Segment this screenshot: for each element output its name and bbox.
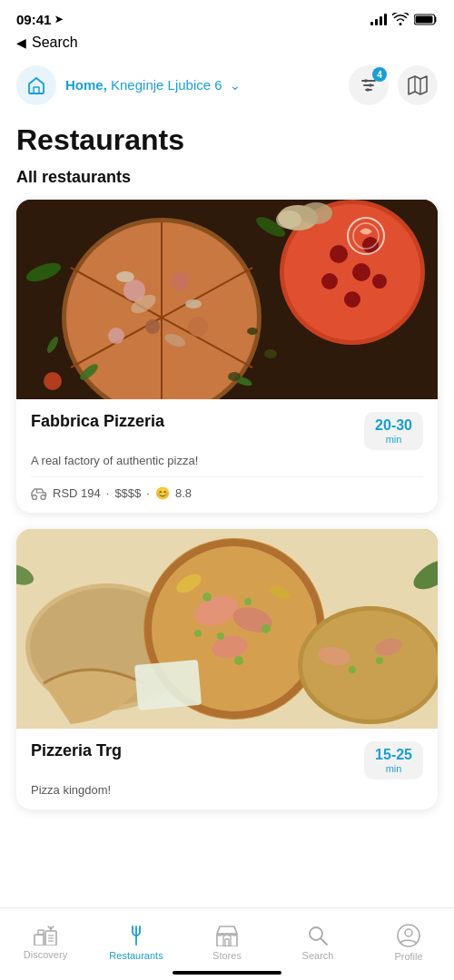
restaurant-card[interactable]: Fabbrica Pizzeria 20-30 min A real facto… xyxy=(16,200,438,513)
svg-point-29 xyxy=(330,245,348,263)
back-arrow-icon[interactable]: ◀ xyxy=(16,35,26,50)
home-indicator xyxy=(173,971,281,975)
svg-point-50 xyxy=(41,495,45,499)
address-text: Kneginje Ljubice 6 xyxy=(107,77,222,93)
dot-separator: · xyxy=(106,486,110,500)
svg-point-62 xyxy=(262,624,271,633)
svg-point-25 xyxy=(116,271,134,282)
section-label: All restaurants xyxy=(0,162,454,200)
svg-point-70 xyxy=(349,666,356,673)
delivery-time-range: 15-25 xyxy=(375,747,412,763)
nav-label-profile: Profile xyxy=(394,951,422,962)
svg-point-20 xyxy=(145,319,160,334)
time-display: 09:41 xyxy=(16,12,51,27)
svg-point-8 xyxy=(366,88,370,92)
svg-point-61 xyxy=(244,598,252,605)
nav-label-search: Search xyxy=(302,950,334,961)
svg-point-63 xyxy=(194,630,202,637)
stores-icon xyxy=(215,925,239,946)
svg-point-65 xyxy=(217,632,224,640)
filter-button[interactable]: 4 xyxy=(349,65,389,105)
page-title: Restaurants xyxy=(0,116,454,162)
nav-item-stores[interactable]: Stores xyxy=(182,908,272,971)
svg-point-42 xyxy=(276,211,301,229)
delivery-time-badge: 15-25 min xyxy=(364,741,423,779)
svg-marker-9 xyxy=(409,76,427,94)
nav-item-search[interactable]: Search xyxy=(272,908,363,971)
svg-rect-2 xyxy=(34,87,39,93)
scroll-area: All restaurants xyxy=(0,162,454,916)
bottom-navigation: Discovery Restaurants Stores xyxy=(0,907,454,980)
svg-point-32 xyxy=(352,263,370,281)
signal-bars-icon xyxy=(370,13,387,25)
svg-point-43 xyxy=(44,372,62,390)
rating-value: 8.8 xyxy=(175,486,192,500)
location-arrow-icon: ➤ xyxy=(54,14,63,25)
svg-point-92 xyxy=(405,929,412,936)
nav-label-restaurants: Restaurants xyxy=(109,950,163,961)
location-left: Home, Kneginje Ljubice 6 ⌄ xyxy=(16,65,241,105)
svg-rect-74 xyxy=(134,660,202,710)
svg-rect-1 xyxy=(416,15,433,23)
back-header: ◀ Search xyxy=(0,33,454,58)
back-label[interactable]: Search xyxy=(32,34,78,51)
svg-point-21 xyxy=(108,328,124,344)
price-level: $$$$ xyxy=(114,486,141,500)
location-bar: Home, Kneginje Ljubice 6 ⌄ 4 xyxy=(0,58,454,116)
nav-label-stores: Stores xyxy=(212,950,242,961)
nav-label-discovery: Discovery xyxy=(24,949,67,960)
svg-point-31 xyxy=(321,273,338,289)
battery-icon xyxy=(414,14,438,25)
dot-separator-2: · xyxy=(146,486,150,500)
nav-item-profile[interactable]: Profile xyxy=(363,908,454,971)
svg-point-7 xyxy=(369,83,372,87)
filter-badge: 4 xyxy=(372,67,387,82)
status-icons xyxy=(370,13,438,25)
svg-point-67 xyxy=(302,611,438,720)
svg-point-60 xyxy=(202,593,212,602)
card-info: Pizzeria Trg 15-25 min Pizza kingdom! xyxy=(16,729,438,809)
svg-point-19 xyxy=(171,272,189,290)
svg-point-44 xyxy=(264,349,277,358)
svg-point-46 xyxy=(228,372,241,381)
restaurant-image xyxy=(16,529,438,729)
card-meta: RSD 194 · $$$$ · 😊 8.8 xyxy=(31,476,423,500)
svg-point-26 xyxy=(185,299,202,309)
svg-line-90 xyxy=(321,938,328,945)
restaurant-card[interactable]: Pizzeria Trg 15-25 min Pizza kingdom! xyxy=(16,529,438,809)
restaurant-image xyxy=(16,200,438,399)
chevron-down-icon[interactable]: ⌄ xyxy=(230,78,241,93)
status-bar: 09:41 ➤ xyxy=(0,0,454,33)
svg-point-22 xyxy=(188,317,208,337)
rating-icon: 😊 xyxy=(155,486,170,500)
card-info: Fabbrica Pizzeria 20-30 min A real facto… xyxy=(16,399,438,513)
svg-point-64 xyxy=(234,656,243,665)
home-word: Home, xyxy=(65,77,107,93)
profile-icon xyxy=(397,924,420,947)
svg-rect-88 xyxy=(225,939,229,946)
search-icon xyxy=(307,925,329,946)
location-text[interactable]: Home, Kneginje Ljubice 6 ⌄ xyxy=(65,77,241,93)
restaurants-icon xyxy=(125,925,147,946)
discovery-icon xyxy=(34,926,57,946)
svg-point-33 xyxy=(344,291,360,308)
nav-item-restaurants[interactable]: Restaurants xyxy=(91,908,182,971)
time-unit: min xyxy=(375,763,412,774)
svg-rect-77 xyxy=(35,935,44,946)
delivery-icon xyxy=(31,487,47,500)
map-button[interactable] xyxy=(398,65,438,105)
time-unit: min xyxy=(375,434,412,445)
nav-item-discovery[interactable]: Discovery xyxy=(0,908,91,971)
svg-point-49 xyxy=(33,495,37,499)
svg-point-6 xyxy=(364,79,368,83)
svg-point-41 xyxy=(300,202,332,224)
status-time: 09:41 ➤ xyxy=(16,12,63,27)
svg-point-45 xyxy=(247,328,258,335)
wifi-icon xyxy=(392,13,409,25)
home-icon-button[interactable] xyxy=(16,65,56,105)
svg-point-34 xyxy=(372,274,387,289)
delivery-fee: RSD 194 xyxy=(53,486,101,500)
delivery-time-range: 20-30 xyxy=(375,417,412,434)
svg-point-71 xyxy=(376,657,383,664)
restaurant-description: Pizza kingdom! xyxy=(31,783,423,797)
